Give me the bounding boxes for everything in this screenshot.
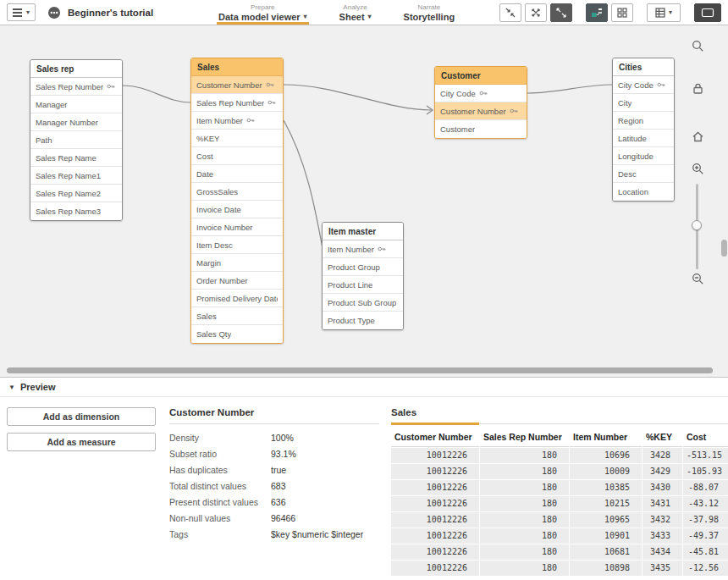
field-row[interactable]: Margin: [191, 254, 283, 272]
field-row[interactable]: Cost: [191, 147, 283, 165]
field-label: City: [618, 98, 631, 108]
table-item-master[interactable]: Item master Item Number Product Group Pr…: [322, 222, 404, 330]
field-row[interactable]: Sales Rep Name2: [30, 185, 122, 202]
field-row[interactable]: Date: [191, 165, 283, 183]
table-customer[interactable]: Customer City Code Customer Number Custo…: [434, 66, 527, 139]
cell: 10898: [570, 561, 642, 576]
field-label: Longitude: [618, 152, 654, 161]
field-label: Item Desc: [196, 240, 233, 250]
meta-label: Non-null values: [169, 513, 271, 523]
zoom-slider-handle[interactable]: [692, 220, 702, 230]
field-row[interactable]: Sales: [191, 307, 283, 325]
field-row[interactable]: Item Number: [191, 112, 283, 130]
field-row[interactable]: Order Number: [191, 272, 283, 290]
show-linked-fields-button[interactable]: [525, 3, 547, 22]
field-row[interactable]: Location: [613, 183, 674, 201]
chevron-down-icon: ▾: [26, 9, 30, 16]
internal-table-view-button[interactable]: [586, 3, 608, 22]
field-row[interactable]: City: [613, 94, 674, 112]
preview-collapse-toggle[interactable]: ▼ Preview: [0, 377, 728, 397]
table-header[interactable]: Item master: [323, 223, 403, 240]
column-header: Customer Number: [391, 429, 479, 447]
field-row[interactable]: Customer: [435, 120, 527, 138]
field-row[interactable]: Sales Rep Name3: [30, 202, 122, 220]
app-options-icon[interactable]: [47, 6, 61, 19]
home-zoom-button[interactable]: [691, 130, 704, 143]
field-row[interactable]: Item Desc: [191, 236, 283, 254]
divider: [169, 423, 379, 424]
add-as-measure-button[interactable]: Add as measure: [7, 433, 156, 451]
metadata-row: Present distinct values636: [169, 494, 379, 510]
nav-prepare-data-model-viewer[interactable]: Prepare Data model viewer▾: [217, 0, 309, 25]
cell: -105.93: [683, 464, 728, 479]
lock-icon: [692, 82, 704, 95]
search-button[interactable]: [691, 39, 704, 52]
zoom-in-button[interactable]: [691, 162, 704, 175]
field-row[interactable]: Sales Qty: [191, 325, 283, 343]
table-cities[interactable]: Cities City Code City Region Latitude Lo…: [612, 58, 675, 202]
field-row[interactable]: Manager Number: [30, 113, 122, 131]
field-row[interactable]: Region: [613, 112, 674, 130]
field-row[interactable]: Longitude: [613, 147, 674, 165]
field-label: Sales Rep Name1: [36, 171, 101, 180]
table-header[interactable]: Cities: [613, 58, 674, 76]
field-label: Sales Rep Name: [36, 153, 97, 163]
meta-value: 96466: [271, 513, 295, 523]
field-row[interactable]: Path: [30, 131, 122, 149]
global-menu-button[interactable]: ▾: [7, 3, 36, 21]
preview-toggle-button[interactable]: [694, 3, 721, 22]
cell: -88.07: [683, 480, 728, 495]
table-header[interactable]: Customer: [435, 67, 527, 85]
field-row[interactable]: Product Group: [323, 258, 403, 276]
field-row[interactable]: Desc: [613, 165, 674, 183]
field-row[interactable]: City Code: [435, 85, 527, 102]
table-preview-section: Sales Customer Number Sales Rep Number I…: [391, 397, 728, 580]
table-sales[interactable]: Sales Customer Number Sales Rep Number I…: [190, 58, 284, 344]
field-label: Product Sub Group: [328, 298, 396, 307]
field-row[interactable]: Invoice Number: [191, 218, 283, 236]
vertical-scrollbar[interactable]: [721, 240, 727, 257]
grid-view-icon: [655, 8, 665, 18]
cell: 3435: [643, 561, 682, 576]
cell: 10901: [570, 528, 642, 544]
field-row-selected[interactable]: Customer Number: [191, 76, 283, 94]
field-row[interactable]: Product Type: [323, 312, 403, 329]
field-label: Manager: [36, 100, 68, 109]
field-row[interactable]: Manager: [30, 96, 122, 113]
field-row[interactable]: Invoice Date: [191, 201, 283, 218]
meta-value: $key $numeric $integer: [271, 529, 363, 539]
preview-table: Customer Number Sales Rep Number Item Nu…: [391, 429, 728, 576]
field-row[interactable]: City Code: [613, 76, 674, 94]
field-row[interactable]: Product Line: [323, 276, 403, 294]
field-row[interactable]: Item Number: [323, 240, 403, 258]
field-row[interactable]: Promised Delivery Date: [191, 290, 283, 307]
field-row[interactable]: Sales Rep Number: [30, 78, 122, 96]
collapse-view-button[interactable]: [499, 3, 521, 22]
table-view-dropdown[interactable]: ▾: [647, 3, 681, 22]
meta-label: Present distinct values: [169, 497, 271, 507]
field-row[interactable]: %KEY: [191, 130, 283, 147]
field-row-selected[interactable]: Customer Number: [435, 102, 527, 120]
table-header[interactable]: Sales: [191, 58, 283, 76]
field-row[interactable]: GrossSales: [191, 183, 283, 201]
field-row[interactable]: Sales Rep Name: [30, 149, 122, 167]
cell: -43.12: [683, 496, 728, 511]
nav-analyze-sheet[interactable]: Analyze Sheet▾: [338, 0, 373, 25]
collapse-arrows-icon: [505, 8, 516, 18]
field-row[interactable]: Product Sub Group: [323, 294, 403, 312]
table-header[interactable]: Sales rep: [30, 60, 122, 78]
field-row[interactable]: Latitude: [613, 130, 674, 147]
layout-button[interactable]: [611, 3, 633, 22]
field-row[interactable]: Sales Rep Name1: [30, 167, 122, 185]
nav-item-label: Data model viewer: [218, 12, 301, 22]
expand-view-button[interactable]: [550, 3, 572, 22]
add-as-dimension-button[interactable]: Add as dimension: [7, 407, 156, 426]
table-sales-rep[interactable]: Sales rep Sales Rep Number Manager Manag…: [30, 59, 123, 221]
field-row[interactable]: Sales Rep Number: [191, 94, 283, 112]
nav-narrate-storytelling[interactable]: Narrate Storytelling: [402, 0, 457, 25]
data-model-canvas[interactable]: Sales rep Sales Rep Number Manager Manag…: [0, 25, 728, 377]
zoom-out-button[interactable]: [691, 272, 704, 285]
horizontal-scrollbar[interactable]: [7, 367, 713, 373]
meta-value: 100%: [271, 433, 294, 443]
lock-layout-button[interactable]: [691, 81, 704, 95]
